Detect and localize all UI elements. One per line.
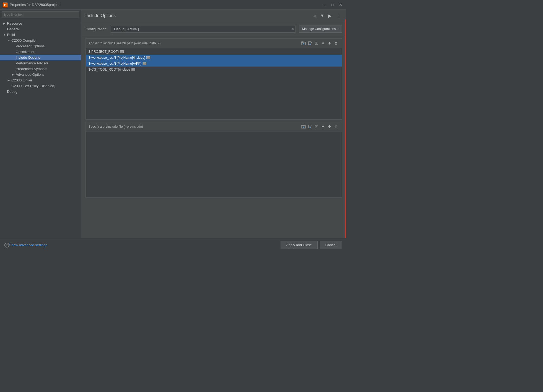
preinclude-add-workspace-button[interactable]	[301, 124, 307, 130]
preinclude-panel-header: Specify a preinclude file (--preinclude)	[86, 122, 342, 131]
show-advanced-settings-link[interactable]: Show advanced settings	[9, 243, 47, 247]
item-icon: ···	[120, 50, 124, 53]
resource-arrow: ▶	[3, 22, 7, 25]
include-list-item[interactable]: ${CG_TOOL_ROOT}/include···	[86, 67, 342, 73]
c2000-linker-arrow: ▶	[8, 79, 11, 82]
include-edit-button[interactable]	[314, 40, 320, 46]
preinclude-delete-button[interactable]	[333, 124, 339, 130]
cancel-button[interactable]: Cancel	[320, 241, 342, 249]
preinclude-edit-button[interactable]	[314, 124, 320, 130]
include-move-down-button[interactable]	[327, 40, 333, 46]
sidebar-item-c2000-linker[interactable]: ▶C2000 Linker	[0, 77, 81, 83]
predefined-symbols-label: Predefined Symbols	[16, 67, 79, 71]
back-button[interactable]: ◀	[312, 12, 318, 19]
tree: ▶ResourceGeneral▼Build▼C2000 CompilerPro…	[0, 19, 81, 238]
preinclude-panel-title: Specify a preinclude file (--preinclude)	[88, 125, 301, 129]
forward-button[interactable]: ▶	[327, 12, 333, 19]
processor-options-label: Processor Options	[16, 44, 79, 48]
sidebar-item-resource[interactable]: ▶Resource	[0, 21, 81, 26]
preinclude-panel: Specify a preinclude file (--preinclude)	[85, 122, 342, 197]
content-area: Include Options ◀ ▼ ▶ ⋮ Configuration: D…	[81, 10, 346, 238]
app-icon: P	[3, 2, 8, 7]
build-label: Build	[7, 33, 79, 37]
include-panel-toolbar	[301, 40, 339, 46]
item-icon: ···	[143, 62, 146, 65]
titlebar: P Properties for DSP28035project ─ □ ✕	[0, 0, 346, 10]
close-button[interactable]: ✕	[338, 2, 344, 8]
menu-button[interactable]: ⋮	[334, 12, 342, 19]
include-item-value: ${PROJECT_ROOT}	[88, 50, 119, 54]
sidebar-item-advanced-options[interactable]: ▶Advanced Options	[0, 72, 81, 77]
include-list-item[interactable]: ${workspace_loc:/${ProjName}/include}···	[86, 55, 342, 61]
svg-marker-31	[322, 125, 324, 127]
manage-configurations-button[interactable]: Manage Configurations...	[299, 25, 342, 33]
advanced-options-label: Advanced Options	[16, 73, 79, 77]
sidebar: ▶ResourceGeneral▼Build▼C2000 CompilerPro…	[0, 10, 81, 238]
svg-rect-16	[335, 42, 337, 45]
config-row: Configuration: Debug [ Active ] Release …	[81, 22, 346, 36]
svg-rect-15	[329, 42, 330, 43]
include-list-item[interactable]: ${workspace_loc:/${ProjName}/APP}···	[86, 61, 342, 67]
sidebar-item-include-options[interactable]: Include Options	[0, 55, 81, 60]
main-layout: ▶ResourceGeneral▼Build▼C2000 CompilerPro…	[0, 10, 346, 238]
content-header: Include Options ◀ ▼ ▶ ⋮	[81, 10, 346, 22]
general-label: General	[7, 27, 79, 31]
preinclude-panel-toolbar	[301, 124, 339, 130]
sidebar-item-general[interactable]: General	[0, 26, 81, 32]
config-select-wrap: Debug [ Active ] Release	[111, 25, 295, 33]
c2000-hex-label: C2000 Hex Utility [Disabled]	[11, 84, 79, 88]
include-add-workspace-button[interactable]	[301, 40, 307, 46]
sidebar-item-debug[interactable]: Debug	[0, 89, 81, 94]
include-item-value: ${workspace_loc:/${ProjName}/APP}	[88, 62, 141, 65]
preinclude-move-down-button[interactable]	[327, 124, 333, 130]
config-label: Configuration:	[85, 27, 107, 31]
maximize-button[interactable]: □	[330, 2, 335, 8]
svg-rect-34	[329, 125, 330, 126]
preinclude-list	[86, 131, 342, 197]
svg-marker-14	[328, 43, 331, 45]
include-panel-header: Add dir to #include search path (--inclu…	[86, 39, 342, 48]
resource-label: Resource	[7, 21, 79, 25]
optimization-label: Optimization	[16, 50, 79, 54]
c2000-compiler-arrow: ▼	[8, 39, 11, 42]
include-add-file-button[interactable]	[307, 40, 313, 46]
sidebar-item-processor-options[interactable]: Processor Options	[0, 43, 81, 49]
window-title: Properties for DSP28035project	[10, 3, 60, 7]
apply-and-close-button[interactable]: Apply and Close	[281, 241, 318, 249]
help-icon[interactable]: ?	[4, 243, 9, 248]
red-accent-bar	[345, 19, 346, 238]
minimize-button[interactable]: ─	[321, 2, 327, 8]
sidebar-item-predefined-symbols[interactable]: Predefined Symbols	[0, 66, 81, 72]
preinclude-move-up-button[interactable]	[320, 124, 326, 130]
include-options-label: Include Options	[16, 55, 79, 60]
sidebar-item-performance-advisor[interactable]: Performance Advisor	[0, 60, 81, 66]
svg-rect-32	[323, 127, 323, 128]
nav-dropdown-button[interactable]: ▼	[319, 12, 326, 19]
c2000-compiler-label: C2000 Compiler	[11, 38, 79, 42]
performance-advisor-label: Performance Advisor	[16, 61, 79, 65]
page-title: Include Options	[85, 13, 312, 18]
bottombar-actions: Apply and Close Cancel	[281, 241, 342, 249]
svg-rect-35	[335, 126, 337, 128]
include-item-value: ${CG_TOOL_ROOT}/include	[88, 68, 130, 71]
preinclude-add-file-button[interactable]	[307, 124, 313, 130]
advanced-options-arrow: ▶	[12, 73, 16, 76]
item-icon: ···	[146, 56, 150, 59]
sidebar-item-c2000-compiler[interactable]: ▼C2000 Compiler	[0, 38, 81, 43]
sidebar-item-optimization[interactable]: Optimization	[0, 49, 81, 55]
svg-rect-13	[323, 44, 323, 45]
debug-label: Debug	[7, 90, 79, 94]
header-nav: ◀ ▼ ▶ ⋮	[312, 12, 342, 19]
include-panel-title: Add dir to #include search path (--inclu…	[88, 41, 301, 45]
include-move-up-button[interactable]	[320, 40, 326, 46]
include-item-value: ${workspace_loc:/${ProjName}/include}	[88, 56, 145, 60]
config-select[interactable]: Debug [ Active ] Release	[111, 25, 295, 33]
build-arrow: ▼	[3, 33, 7, 36]
filter-input[interactable]	[2, 11, 79, 18]
include-list-item[interactable]: ${PROJECT_ROOT}···	[86, 49, 342, 55]
bottombar: ? Show advanced settings Apply and Close…	[0, 238, 346, 252]
sidebar-item-build[interactable]: ▼Build	[0, 32, 81, 38]
include-delete-button[interactable]	[333, 40, 339, 46]
include-path-panel: Add dir to #include search path (--inclu…	[85, 38, 342, 120]
sidebar-item-c2000-hex[interactable]: C2000 Hex Utility [Disabled]	[0, 83, 81, 89]
